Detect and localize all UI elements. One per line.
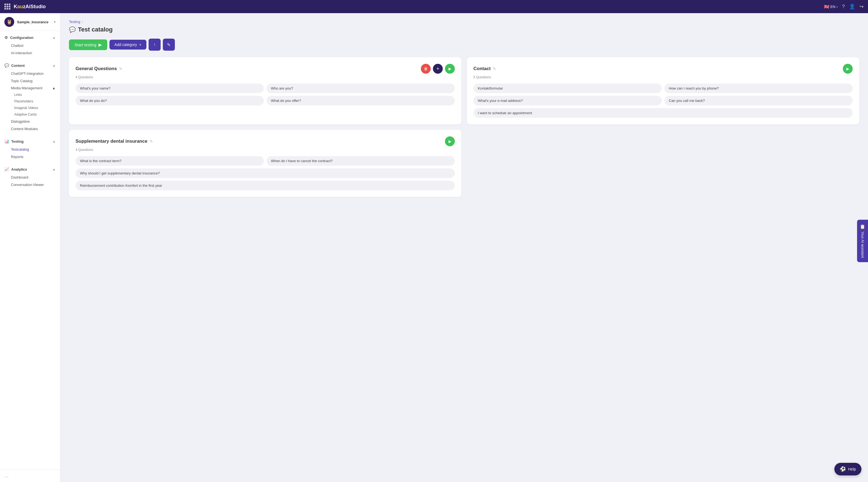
card-dental-insurance-edit-icon[interactable]: ✎ [150, 139, 153, 143]
card-contact-title: Contact [473, 66, 491, 72]
question-chip[interactable]: Can you call me back? [664, 96, 853, 106]
add-category-button[interactable]: Add category + [110, 40, 146, 50]
breadcrumb: Testing / [69, 20, 859, 24]
content-icon: 💬 [4, 63, 9, 68]
ai-assistant-panel[interactable]: 📋 Your AI assistant [857, 220, 868, 262]
page-title: Test catalog [78, 26, 113, 33]
section-analytics-header[interactable]: 📈 Analytics ▲ [0, 165, 60, 174]
sidebar-item-reports[interactable]: Reports [0, 153, 60, 161]
sidebar: 🦉 Sample_Insurance ▾ ⚙ Configuration ▲ C… [0, 13, 60, 482]
sidebar-item-media-management[interactable]: Media Management ▲ [0, 85, 60, 91]
card-general-questions-actions: 🗑 + ▶ [421, 64, 455, 74]
sidebar-item-chatbot[interactable]: Chatbot [0, 42, 60, 49]
question-chip[interactable]: When do I have to cancel the contract? [267, 156, 455, 166]
sidebar-item-placeholders[interactable]: Placeholders [0, 98, 60, 105]
question-chip[interactable]: How can I reach you by phone? [664, 84, 853, 93]
section-testing: 📊 Testing ▲ Testcatalog Reports [0, 135, 60, 163]
sidebar-item-ai-interaction[interactable]: AI-Interaction [0, 49, 60, 57]
sidebar-item-adaptive-cards[interactable]: Adaptive Cards [0, 111, 60, 118]
sidebar-item-chatgpt-integration[interactable]: ChatGPT-Integration [0, 70, 60, 77]
help-icon: ⚽ [840, 466, 846, 472]
question-chip[interactable]: Why should I get supplementary dental in… [75, 168, 455, 178]
add-category-plus-icon: + [139, 42, 142, 47]
question-chip[interactable]: What do you offer? [267, 96, 455, 106]
question-chip[interactable]: Reimbursement contribution Komfort in th… [75, 181, 455, 190]
sidebar-item-dialogplane[interactable]: Dialogpläne [0, 118, 60, 125]
card-general-questions-header: General Questions ✎ 🗑 + ▶ [75, 64, 455, 74]
workspace-header[interactable]: 🦉 Sample_Insurance ▾ [0, 13, 60, 31]
card-dental-insurance-grid: What is the contract term? When do I hav… [75, 156, 455, 190]
sidebar-item-images-videos[interactable]: Images& Videos [0, 105, 60, 111]
content-area: Testing / 💬 Test catalog Start testing ▶… [60, 13, 868, 482]
sidebar-item-testcatalog[interactable]: Testcatalog [0, 146, 60, 153]
configuration-chevron-icon: ▲ [53, 36, 56, 39]
question-chip[interactable]: Who are you? [267, 84, 455, 93]
sidebar-item-links[interactable]: Links [0, 91, 60, 98]
toolbar: Start testing ▶ Add category + ↑ ✎ [69, 38, 859, 51]
testing-chevron-icon: ▲ [53, 140, 56, 143]
edit-icon: ✎ [167, 42, 170, 47]
section-analytics: 📈 Analytics ▲ Dashboard Conversation-Vie… [0, 163, 60, 191]
help-circle-icon[interactable]: ? [842, 4, 845, 9]
page-title-row: 💬 Test catalog [69, 26, 859, 33]
section-content-label: Content [11, 63, 25, 68]
section-content-header[interactable]: 💬 Content ▲ [0, 61, 60, 70]
card-contact-play-button[interactable]: ▶ [843, 64, 853, 74]
breadcrumb-parent[interactable]: Testing [69, 20, 80, 24]
lang-chevron-icon: › [837, 5, 838, 9]
question-chip[interactable]: What's your name? [75, 84, 264, 93]
analytics-icon: 📈 [4, 167, 9, 171]
logo: KauzAiStudio [14, 4, 46, 9]
card-general-questions-count: 4 Questions [75, 75, 455, 79]
section-configuration: ⚙ Configuration ▲ Chatbot AI-Interaction [0, 31, 60, 59]
apps-grid-icon[interactable] [4, 4, 10, 9]
media-management-chevron-icon: ▲ [52, 86, 56, 90]
sidebar-item-content-modules[interactable]: Content Modules [0, 125, 60, 133]
navbar: KauzAiStudio 🇬🇧 EN › ? 👤 ↪ [0, 0, 868, 13]
page-title-icon: 💬 [69, 26, 76, 33]
card-general-questions-delete-button[interactable]: 🗑 [421, 64, 431, 74]
user-icon[interactable]: 👤 [849, 4, 855, 9]
start-testing-button[interactable]: Start testing ▶ [69, 39, 107, 50]
lang-label: EN [831, 5, 835, 9]
sidebar-item-conversation-viewer[interactable]: Conversation-Viewer [0, 181, 60, 189]
card-general-questions-grid: What's your name? Who are you? What do y… [75, 84, 455, 106]
configuration-icon: ⚙ [4, 35, 8, 40]
export-button[interactable]: ↑ [149, 38, 161, 51]
question-chip[interactable]: What is the contract term? [75, 156, 264, 166]
card-contact-count: 5 Questions [473, 75, 853, 79]
question-chip[interactable]: I want to schedule an appointment [473, 108, 853, 118]
sidebar-item-dashboard[interactable]: Dashboard [0, 174, 60, 181]
card-contact-edit-icon[interactable]: ✎ [493, 66, 496, 71]
section-testing-label: Testing [11, 139, 24, 143]
question-chip[interactable]: Kontaktformular [473, 84, 662, 93]
card-contact-grid: Kontaktformular How can I reach you by p… [473, 84, 853, 118]
navbar-left: KauzAiStudio [4, 4, 46, 9]
ai-assistant-icon: 📋 [860, 224, 865, 229]
question-chip[interactable]: What do you do? [75, 96, 264, 106]
sidebar-item-topic-catalog[interactable]: Topic Catalog [0, 77, 60, 85]
add-category-label: Add category [114, 42, 137, 47]
card-general-questions-edit-icon[interactable]: ✎ [119, 66, 122, 71]
card-dental-insurance-play-button[interactable]: ▶ [445, 136, 455, 146]
edit-button[interactable]: ✎ [163, 38, 175, 51]
workspace-chevron-icon: ▾ [54, 20, 56, 24]
breadcrumb-separator: / [82, 20, 83, 24]
card-general-questions-add-button[interactable]: + [433, 64, 443, 74]
question-chip[interactable]: What's your e-mail address? [473, 96, 662, 106]
logout-icon[interactable]: ↪ [860, 4, 864, 9]
sidebar-footer[interactable]: ... [0, 470, 60, 482]
workspace-name: Sample_Insurance [17, 20, 51, 24]
play-icon: ▶ [98, 42, 102, 47]
card-contact: Contact ✎ ▶ 5 Questions Kontaktformular … [467, 57, 859, 124]
section-configuration-header[interactable]: ⚙ Configuration ▲ [0, 33, 60, 42]
section-testing-header[interactable]: 📊 Testing ▲ [0, 137, 60, 146]
help-button[interactable]: ⚽ Help [834, 463, 862, 476]
card-contact-actions: ▶ [843, 64, 853, 74]
analytics-chevron-icon: ▲ [53, 168, 56, 171]
language-selector[interactable]: 🇬🇧 EN › [824, 4, 838, 9]
card-general-questions-play-button[interactable]: ▶ [445, 64, 455, 74]
ai-assistant-label: Your AI assistant [861, 231, 865, 258]
card-contact-header: Contact ✎ ▶ [473, 64, 853, 74]
card-dental-insurance-actions: ▶ [445, 136, 455, 146]
